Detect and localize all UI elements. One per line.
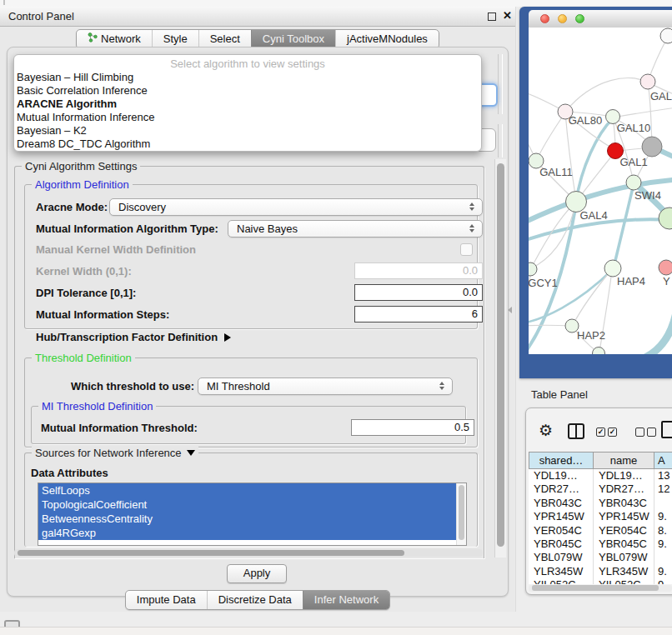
close-traffic-light-icon[interactable] [540, 14, 549, 23]
tab-jactivemnodules[interactable]: jActiveMNodules [335, 30, 439, 48]
table-row[interactable]: YDR27…YDR27…12 [529, 482, 672, 496]
network-edge[interactable] [613, 107, 672, 118]
settings-vertical-scrollbar[interactable] [494, 159, 506, 558]
node-label-swi4: SWI4 [634, 189, 661, 202]
algorithm-option-aracne-algorithm[interactable]: ARACNE Algorithm [14, 98, 481, 111]
table-horizontal-thumb[interactable] [532, 585, 659, 591]
network-view-window[interactable]: GAL2GAL80GAL10GAL1GAL11SWI4GAL4GCY1HAP4Y… [519, 7, 672, 378]
tab-infer-network[interactable]: Infer Network [303, 591, 389, 609]
unchecked-icon[interactable] [635, 428, 659, 442]
tab-impute-data-label: Impute Data [137, 591, 196, 609]
attribute-item-betweennesscentrality[interactable]: BetweennessCentrality [38, 512, 457, 526]
aracne-mode-label: Aracne Mode: [36, 201, 108, 213]
tab-style[interactable]: Style [152, 30, 198, 48]
splitter-collapse-icon[interactable] [508, 307, 512, 313]
network-edge[interactable] [645, 312, 672, 354]
table-cell: YBR043C [529, 497, 594, 510]
close-icon[interactable]: ✕ [503, 9, 512, 22]
network-edge[interactable] [529, 325, 571, 326]
aracne-mode-combo[interactable]: Discovery [109, 198, 483, 216]
kernel-width-field[interactable]: 0.0 [354, 262, 483, 279]
checked-icon[interactable]: ✓✓ [596, 428, 619, 442]
settings-horizontal-scrollbar[interactable] [14, 549, 483, 557]
network-edge[interactable] [614, 184, 634, 268]
network-edge[interactable] [599, 353, 642, 354]
sources-title[interactable]: Sources for Network Inference [32, 447, 198, 459]
attribute-item-selfloops[interactable]: SelfLoops [38, 483, 457, 498]
network-node-y[interactable] [659, 260, 672, 275]
settings-horizontal-thumb[interactable] [18, 550, 404, 556]
tab-cyni-toolbox[interactable]: Cyni Toolbox [251, 30, 335, 48]
node-label-gal10: GAL10 [617, 122, 650, 134]
hub-section-label: Hub/Transcription Factor Definition [36, 331, 218, 343]
attributes-scrollbar-thumb[interactable] [459, 485, 464, 540]
stepper-arrows-icon [469, 224, 476, 232]
network-edge[interactable] [529, 219, 672, 242]
table-row[interactable]: YBR045CYBR045C9. [529, 538, 672, 551]
table-cell: 12 [654, 482, 672, 496]
apply-button[interactable]: Apply [227, 564, 287, 583]
tab-select[interactable]: Select [198, 30, 251, 48]
column-header-name[interactable]: name [594, 452, 654, 469]
table-row[interactable]: YER054CYER054C8. [529, 524, 672, 538]
table-row[interactable]: YPR145WYPR145W9. [529, 510, 672, 523]
which-threshold-label: Which threshold to use: [71, 380, 194, 392]
network-node-gcy1[interactable] [529, 262, 537, 276]
table-row[interactable]: YBR043CYBR043C [529, 497, 672, 510]
algorithm-option-mutual-information-inference[interactable]: Mutual Information Inference [14, 111, 481, 124]
network-edge[interactable] [537, 112, 565, 160]
doc-icon[interactable] [661, 421, 672, 442]
network-canvas[interactable]: GAL2GAL80GAL10GAL1GAL11SWI4GAL4GCY1HAP4Y… [529, 28, 672, 354]
attribute-item-gal4rgexp[interactable]: gal4RGexp [38, 526, 457, 540]
hub-section-toggle[interactable]: Hub/Transcription Factor Definition [36, 331, 231, 343]
mi-threshold-definition-title: MI Threshold Definition [38, 400, 156, 412]
node-label-y: Y [663, 275, 670, 288]
network-canvas-svg: GAL2GAL80GAL10GAL1GAL11SWI4GAL4GCY1HAP4Y… [529, 28, 672, 354]
tab-select-label: Select [210, 30, 240, 48]
zoom-traffic-light-icon[interactable] [575, 14, 584, 23]
network-node[interactable] [642, 137, 662, 157]
data-attributes-list[interactable]: SelfLoopsTopologicalCoefficientBetweenne… [38, 482, 467, 546]
mi-threshold-label: Mutual Information Threshold: [41, 422, 198, 434]
table-cell: 9. [654, 565, 672, 578]
split-icon[interactable] [568, 423, 584, 442]
attributes-scrollbar[interactable] [456, 483, 466, 545]
network-node-swi4[interactable] [626, 175, 641, 190]
tab-impute-data[interactable]: Impute Data [126, 591, 207, 609]
table-row[interactable]: YBL079WYBL079W [529, 551, 672, 564]
algorithm-option-bayesian-k2[interactable]: Bayesian – K2 [14, 124, 481, 138]
network-window-titlebar[interactable] [529, 10, 672, 28]
algorithm-option-bayesian-hill-climbing[interactable]: Bayesian – Hill Climbing [14, 71, 481, 84]
mi-type-combo[interactable]: Naive Bayes [228, 220, 483, 238]
mi-threshold-field[interactable]: 0.5 [351, 419, 474, 436]
column-header-a[interactable]: A [654, 452, 672, 469]
tab-discretize-data[interactable]: Discretize Data [207, 591, 303, 609]
network-node-hap4[interactable] [604, 260, 621, 277]
algorithm-definition-title: Algorithm Definition [32, 178, 133, 191]
manual-kernel-checkbox[interactable] [460, 243, 473, 256]
network-node-gal2[interactable] [640, 74, 655, 89]
network-edge[interactable] [565, 78, 648, 112]
node-label-gcy1: GCY1 [529, 277, 558, 289]
table-row[interactable]: YDL19…YDL19…13 [529, 469, 672, 482]
gear-icon[interactable]: ⚙ [539, 422, 553, 439]
column-header-shared-[interactable]: shared… [529, 452, 594, 469]
network-node[interactable] [593, 348, 605, 355]
mi-steps-label: Mutual Information Steps: [36, 308, 169, 321]
algorithm-option-basic-correlation-inference[interactable]: Basic Correlation Inference [14, 84, 481, 98]
table-cell [654, 551, 672, 564]
network-node[interactable] [660, 28, 672, 43]
algorithm-option-dream8-dc-tdc-algorithm[interactable]: Dream8 DC_TDC Algorithm [14, 138, 481, 151]
table-row[interactable]: YLR345WYLR345W9. [529, 565, 672, 578]
settings-vertical-thumb[interactable] [497, 163, 504, 547]
attribute-item-topologicalcoefficient[interactable]: TopologicalCoefficient [38, 498, 457, 512]
which-threshold-combo[interactable]: MI Threshold [198, 378, 453, 395]
float-icon[interactable] [488, 12, 496, 21]
mi-steps-field[interactable]: 6 [354, 306, 483, 322]
dpi-tolerance-field[interactable]: 0.0 [354, 284, 483, 301]
table-row[interactable]: YIL052CYIL052C9. [529, 578, 672, 584]
table-toolbar: ⚙✓✓ [526, 408, 672, 450]
tab-network[interactable]: Network [77, 30, 152, 48]
table-horizontal-scrollbar[interactable] [529, 585, 672, 592]
minimize-traffic-light-icon[interactable] [558, 14, 567, 23]
